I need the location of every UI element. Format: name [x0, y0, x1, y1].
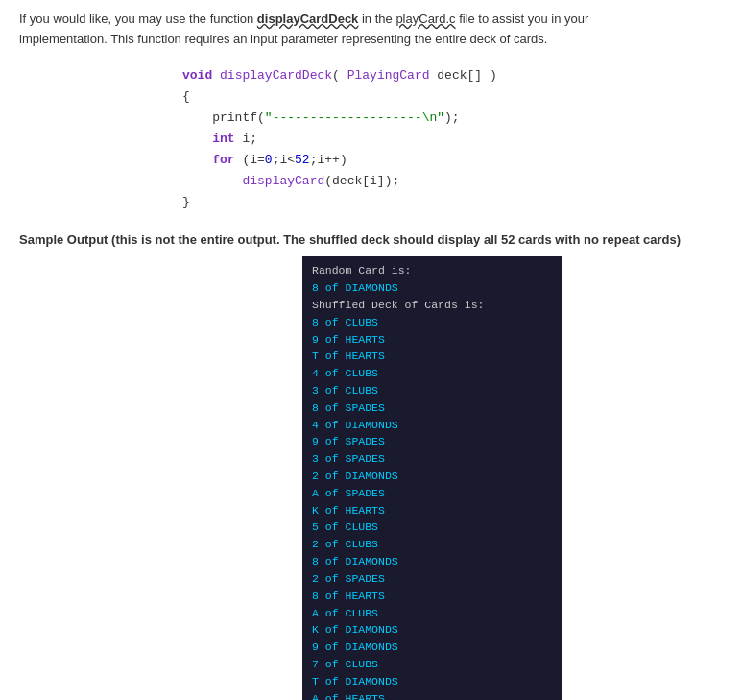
- output-line: 3 of SPADES: [312, 450, 552, 468]
- code-line-2: {: [182, 86, 723, 108]
- output-line: 3 of CLUBS: [312, 382, 552, 399]
- code-line-6: displayCard(deck[i]);: [182, 171, 723, 192]
- code-line-1: void displayCardDeck( PlayingCard deck[]…: [182, 65, 723, 86]
- output-line: 2 of CLUBS: [312, 536, 552, 553]
- output-line: 8 of CLUBS: [312, 314, 552, 331]
- output-line: 4 of DIAMONDS: [312, 417, 552, 434]
- output-line: 5 of CLUBS: [312, 519, 552, 536]
- code-line-7: }: [182, 192, 723, 213]
- sample-label: Sample Output (this is not the entire ou…: [19, 232, 723, 247]
- output-line: 9 of DIAMONDS: [312, 639, 552, 656]
- output-line: Shuffled Deck of Cards is:: [312, 297, 552, 314]
- output-line: 9 of SPADES: [312, 433, 552, 450]
- output-container: Random Card is:8 of DIAMONDSShuffled Dec…: [302, 256, 562, 700]
- output-line: K of HEARTS: [312, 502, 552, 519]
- code-block: void displayCardDeck( PlayingCard deck[]…: [19, 65, 723, 214]
- output-line: A of CLUBS: [312, 605, 552, 622]
- code-line-5: for (i=0;i<52;i++): [182, 150, 723, 171]
- output-box: Random Card is:8 of DIAMONDSShuffled Dec…: [302, 256, 562, 700]
- intro-paragraph: If you would like, you may use the funct…: [19, 10, 723, 50]
- file-link: playCard.c: [395, 12, 455, 26]
- output-line: A of HEARTS: [312, 690, 552, 700]
- output-line: A of SPADES: [312, 485, 552, 502]
- output-line: 2 of SPADES: [312, 570, 552, 588]
- output-line: 4 of CLUBS: [312, 365, 552, 382]
- intro-text-1: If you would like, you may use the funct…: [19, 12, 257, 26]
- output-line: T of HEARTS: [312, 348, 552, 365]
- output-line: 8 of SPADES: [312, 399, 552, 417]
- func-name-link: displayCardDeck: [257, 12, 359, 26]
- output-line: 9 of HEARTS: [312, 331, 552, 349]
- output-line: 2 of DIAMONDS: [312, 468, 552, 485]
- output-line: 8 of HEARTS: [312, 588, 552, 605]
- output-line: 8 of DIAMONDS: [312, 553, 552, 570]
- output-line: T of DIAMONDS: [312, 673, 552, 690]
- output-line: 7 of CLUBS: [312, 656, 552, 673]
- intro-text-2: in the: [358, 12, 395, 26]
- output-line: Random Card is:: [312, 262, 552, 279]
- code-line-3: printf("--------------------\n");: [182, 108, 723, 129]
- output-line: 8 of DIAMONDS: [312, 279, 552, 297]
- code-line-4: int i;: [182, 129, 723, 150]
- output-line: K of DIAMONDS: [312, 621, 552, 639]
